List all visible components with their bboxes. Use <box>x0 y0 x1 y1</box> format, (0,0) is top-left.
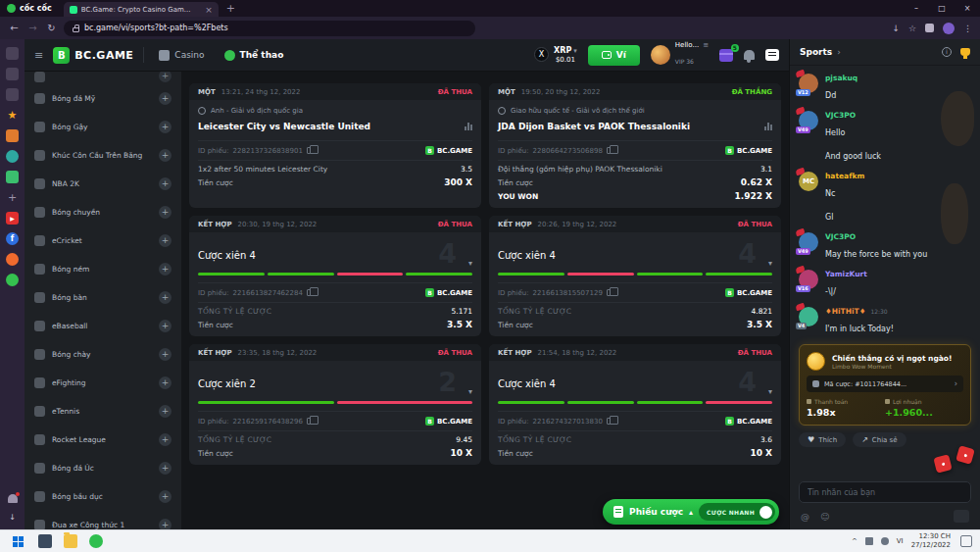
wallet-button[interactable]: Ví <box>588 45 640 66</box>
sidebar-item-ice-hockey[interactable]: Khúc Côn Cầu Trên Băng+ <box>24 141 181 170</box>
avatar[interactable]: V4 <box>799 307 818 326</box>
sidebar-item-volleyball[interactable]: Bóng chuyền+ <box>24 198 181 226</box>
add-favorite-button[interactable]: + <box>159 376 172 389</box>
copy-icon[interactable] <box>307 418 314 425</box>
expand-icon[interactable]: ▾ <box>468 387 472 396</box>
tab-sports[interactable]: Thể thao <box>220 50 289 61</box>
copy-icon[interactable] <box>307 147 314 154</box>
bet-slip-button[interactable]: Phiếu cược ▴ CƯỢC NHANH <box>603 499 779 525</box>
tab-close-icon[interactable]: × <box>205 5 213 15</box>
sidebar-item-cricket[interactable]: Bóng Gậy+ <box>24 113 181 141</box>
start-button[interactable] <box>13 536 24 547</box>
chat-toggle-icon[interactable] <box>765 49 779 61</box>
expand-icon[interactable]: ▾ <box>468 259 472 268</box>
tab-casino[interactable]: Casino <box>154 50 209 61</box>
chat-username[interactable]: hateafkm <box>825 172 864 180</box>
expand-icon[interactable]: ▾ <box>768 259 772 268</box>
bet-card[interactable]: KẾT HỢP 20:26, 19 thg 12, 2022 ĐÃ THUA C… <box>489 216 781 336</box>
add-favorite-button[interactable]: + <box>159 206 172 219</box>
add-favorite-button[interactable]: + <box>159 92 172 105</box>
back-button[interactable]: ← <box>8 23 21 33</box>
add-favorite-button[interactable]: + <box>159 405 172 418</box>
sidebar-item-table-tennis[interactable]: Bóng bàn+ <box>24 283 181 312</box>
sidebar-item-nba2k[interactable]: NBA 2K+ <box>24 170 181 198</box>
browser-tab[interactable]: BC.Game: Crypto Casino Gam... × <box>64 2 219 17</box>
match-teams[interactable]: Leicester City vs Newcastle United <box>198 122 370 131</box>
add-favorite-button[interactable]: + <box>159 519 172 529</box>
emoji-icon[interactable]: ☺ <box>820 512 829 522</box>
add-favorite-button[interactable]: + <box>159 263 172 276</box>
win-share-card[interactable]: Chiến thắng có vị ngọt ngào! Limbo Wow M… <box>799 344 971 426</box>
chat-username[interactable]: VJC3PO <box>825 111 856 120</box>
themes-icon[interactable] <box>6 171 19 183</box>
chat-username[interactable]: pjsakuq <box>825 74 858 82</box>
tray-icon[interactable] <box>865 537 873 545</box>
tray-icon[interactable] <box>881 537 889 545</box>
downloads-icon[interactable]: ↓ <box>6 511 19 524</box>
chat-message-input[interactable] <box>808 488 962 497</box>
facebook-icon[interactable]: f <box>6 232 19 245</box>
add-favorite-button[interactable]: + <box>159 320 172 332</box>
notification-center-icon[interactable] <box>960 535 972 547</box>
favorites-star-icon[interactable]: ★ <box>6 109 19 122</box>
taskbar-app-icon[interactable] <box>38 534 52 548</box>
bet-card[interactable]: KẾT HỢP 21:54, 18 thg 12, 2022 ĐÃ THUA C… <box>489 344 781 465</box>
expand-icon[interactable]: ▾ <box>768 387 772 396</box>
chat-settings-icon[interactable] <box>954 510 969 523</box>
notifications-bell-icon[interactable] <box>8 494 18 503</box>
add-favorite-button[interactable]: + <box>159 121 172 133</box>
bet-card[interactable]: KẾT HỢP 20:30, 19 thg 12, 2022 ĐÃ THUA C… <box>189 216 481 336</box>
sidebar-item-handball[interactable]: Bóng ném+ <box>24 255 181 283</box>
browser-menu-icon[interactable]: ⋮ <box>963 24 972 33</box>
add-favorite-button[interactable]: + <box>159 177 172 190</box>
sidebar-item-baseball[interactable]: Bóng chày+ <box>24 340 181 369</box>
rewards-gift-icon[interactable] <box>6 129 19 142</box>
copy-icon[interactable] <box>607 289 613 296</box>
mention-icon[interactable]: @ <box>801 512 809 522</box>
currency-selector[interactable]: X XRP▾ $0.01 <box>534 46 577 63</box>
browser-profile-avatar[interactable] <box>943 23 955 34</box>
minimize-button[interactable]: – <box>904 0 929 17</box>
chat-channel-label[interactable]: Sports <box>800 47 832 57</box>
user-profile[interactable]: Hello...≡ VIP 36 <box>651 41 709 70</box>
bcgame-logo[interactable]: B BC.GAME <box>53 47 133 64</box>
bet-code-row[interactable]: Mã cược: #1011764844... › <box>807 376 963 392</box>
history-icon[interactable] <box>6 150 19 163</box>
avatar[interactable]: V49 <box>799 232 818 252</box>
match-teams[interactable]: JDA Dijon Basket vs PAOK Thessaloniki <box>498 122 690 131</box>
bookmark-star-icon[interactable]: ☆ <box>908 24 916 33</box>
add-favorite-button[interactable]: + <box>159 72 172 82</box>
sidebar-item-ebaseball[interactable]: eBaseball+ <box>24 312 181 340</box>
add-shortcut-icon[interactable]: + <box>6 191 19 204</box>
add-favorite-button[interactable]: + <box>159 433 172 446</box>
share-button[interactable]: ↗Chia sẻ <box>853 432 906 447</box>
chat-username[interactable]: ♦HiTHiT♦ <box>825 307 865 316</box>
sidebar-item-ecricket[interactable]: eCricket+ <box>24 226 181 255</box>
sidebar-item-rugby[interactable]: Bóng bầu dục+ <box>24 482 181 511</box>
chat-input-wrap[interactable] <box>799 481 971 503</box>
like-button[interactable]: ♥Thích <box>799 432 846 447</box>
chat-username[interactable]: YamizKurt <box>825 270 867 278</box>
sidebar-item-etennis[interactable]: eTennis+ <box>24 397 181 426</box>
pinned-site-icon[interactable] <box>6 253 19 266</box>
avatar[interactable]: V49 <box>799 111 818 130</box>
tray-expand-icon[interactable]: ^ <box>852 537 858 545</box>
reading-list-icon[interactable] <box>6 88 19 101</box>
copy-icon[interactable] <box>607 147 613 154</box>
download-icon[interactable]: ↓ <box>892 24 900 33</box>
notifications-bell-icon[interactable] <box>744 50 755 60</box>
add-favorite-button[interactable]: + <box>159 291 172 304</box>
close-button[interactable]: × <box>955 0 980 17</box>
promotions-gift-icon[interactable]: 5 <box>719 49 733 62</box>
bet-card[interactable]: MỘT 13:21, 24 thg 12, 2022 ĐÃ THUA Anh -… <box>189 83 481 208</box>
clock[interactable]: 12:30 CH 27/12/2022 <box>911 532 951 550</box>
reload-button[interactable]: ↻ <box>45 23 58 33</box>
new-tab-button[interactable]: + <box>226 2 235 15</box>
file-explorer-icon[interactable] <box>64 534 77 548</box>
stats-icon[interactable] <box>465 123 472 130</box>
extensions-icon[interactable] <box>925 24 934 32</box>
add-favorite-button[interactable]: + <box>159 490 172 503</box>
stats-icon[interactable] <box>764 123 772 130</box>
copy-icon[interactable] <box>607 418 613 425</box>
maximize-button[interactable]: □ <box>929 0 955 17</box>
